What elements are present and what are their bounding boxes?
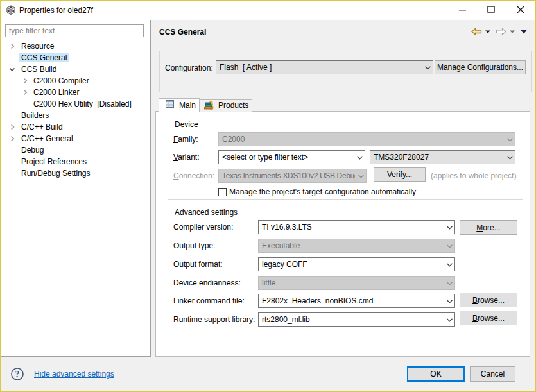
svg-text:?: ? [15,370,20,379]
